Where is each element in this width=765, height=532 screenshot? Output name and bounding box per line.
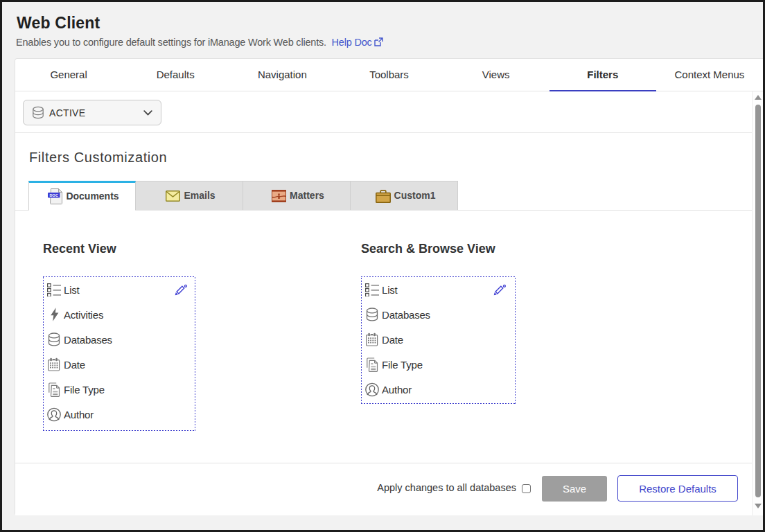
svg-text:DOC: DOC	[50, 193, 59, 197]
